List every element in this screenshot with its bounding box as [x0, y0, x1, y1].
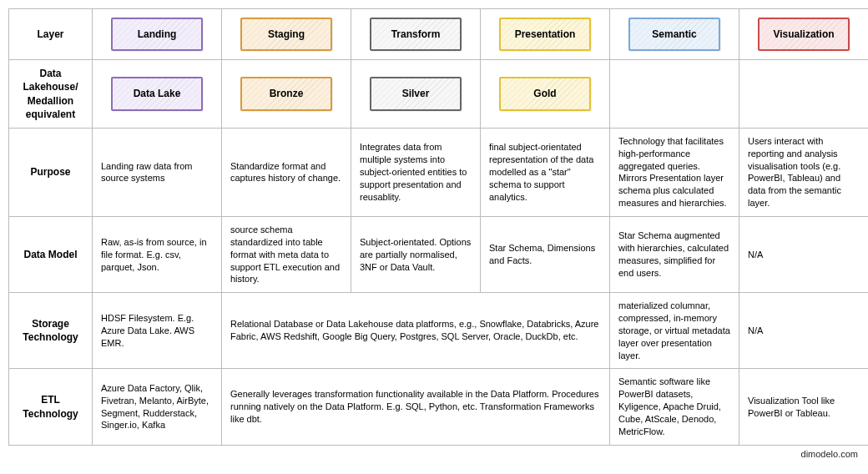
purpose-visualization: Users interact with reporting and analys… — [739, 128, 869, 216]
chip-semantic: Semantic — [628, 18, 720, 51]
etl-semantic: Semantic software like PowerBI datasets,… — [610, 369, 739, 445]
storage-visualization: N/A — [739, 293, 869, 369]
row-purpose: Purpose Landing raw data from source sys… — [9, 128, 869, 216]
row-etl: ETL Technology Azure Data Factory, Qlik,… — [9, 369, 869, 445]
row-label-etl: ETL Technology — [9, 369, 93, 445]
model-presentation: Star Schema, Dimensions and Facts. — [481, 217, 610, 293]
chip-bronze: Bronze — [240, 77, 332, 110]
purpose-transform: Integrates data from multiple systems in… — [351, 128, 481, 216]
chip-transform: Transform — [370, 18, 462, 51]
row-equivalent: Data Lakehouse/ Medallion equivalent Dat… — [9, 60, 869, 129]
purpose-landing: Landing raw data from source systems — [93, 128, 222, 216]
equiv-visualization-empty — [739, 60, 869, 129]
row-model: Data Model Raw, as-is from source, in fi… — [9, 217, 869, 293]
purpose-staging: Standardize format and captures history … — [222, 128, 351, 216]
equiv-semantic-empty — [610, 60, 739, 129]
etl-landing: Azure Data Factory, Qlik, Fivetran, Mela… — [93, 369, 222, 445]
chip-presentation: Presentation — [499, 18, 591, 51]
row-label-equiv: Data Lakehouse/ Medallion equivalent — [9, 60, 93, 129]
chip-landing: Landing — [111, 18, 203, 51]
row-label-model: Data Model — [9, 217, 93, 293]
model-semantic: Star Schema augmented with hierarchies, … — [610, 217, 739, 293]
purpose-presentation: final subject-orientated representation … — [481, 128, 610, 216]
row-label-storage: Storage Technology — [9, 293, 93, 369]
model-visualization: N/A — [739, 217, 869, 293]
row-storage: Storage Technology HDSF Filesystem. E.g.… — [9, 293, 869, 369]
model-staging: source schema standardized into table fo… — [222, 217, 351, 293]
purpose-semantic: Technology that facilitates high-perform… — [610, 128, 739, 216]
model-transform: Subject-orientated. Options are partiall… — [351, 217, 481, 293]
storage-landing: HDSF Filesystem. E.g. Azure Data Lake. A… — [93, 293, 222, 369]
row-label-layer: Layer — [9, 9, 93, 60]
row-layer: Layer Landing Staging Transform Presenta… — [9, 9, 869, 60]
chip-visualization: Visualization — [758, 18, 850, 51]
storage-shared: Relational Database or Data Lakehouse da… — [222, 293, 610, 369]
architecture-table: Layer Landing Staging Transform Presenta… — [8, 8, 868, 446]
chip-datalake: Data Lake — [111, 77, 203, 110]
storage-semantic: materialized columnar, compressed, in-me… — [610, 293, 739, 369]
row-label-purpose: Purpose — [9, 128, 93, 216]
etl-visualization: Visualization Tool like PowerBI or Table… — [739, 369, 869, 445]
chip-silver: Silver — [370, 77, 462, 110]
etl-shared: Generally leverages transformation funct… — [222, 369, 610, 445]
credit: dimodelo.com — [8, 446, 860, 459]
chip-staging: Staging — [240, 18, 332, 51]
chip-gold: Gold — [499, 77, 591, 110]
model-landing: Raw, as-is from source, in file format. … — [93, 217, 222, 293]
